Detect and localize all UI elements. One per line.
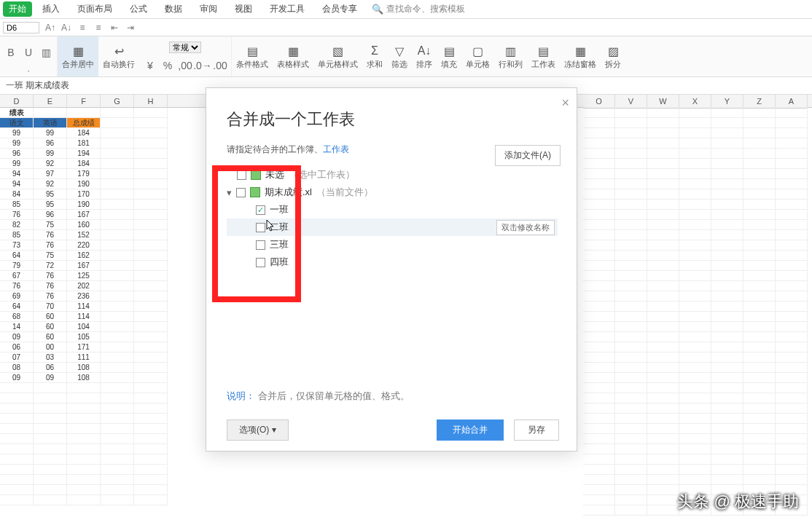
empty-cell[interactable] [679, 322, 711, 332]
empty-cell[interactable] [679, 373, 711, 383]
empty-cell[interactable] [743, 271, 776, 281]
empty-cell[interactable] [583, 363, 615, 373]
empty-cell[interactable] [776, 138, 808, 149]
empty-cell[interactable] [711, 210, 743, 220]
empty-cell[interactable] [583, 240, 615, 251]
empty-cell[interactable] [583, 281, 615, 291]
empty-cell[interactable] [679, 179, 711, 189]
empty-cell[interactable] [679, 414, 711, 424]
empty-cell[interactable] [711, 373, 743, 383]
empty-cell[interactable] [679, 108, 711, 118]
empty-cell[interactable] [583, 485, 615, 495]
empty-cell[interactable] [743, 434, 776, 444]
empty-cell[interactable] [583, 434, 615, 444]
empty-cell[interactable] [583, 179, 615, 189]
empty-cell[interactable] [615, 454, 647, 465]
col-header[interactable]: H [134, 95, 168, 107]
cell-icon[interactable]: ▢ [470, 43, 486, 59]
empty-cell[interactable] [776, 383, 808, 393]
empty-cell[interactable] [583, 352, 615, 363]
checkbox-unchecked[interactable] [256, 240, 265, 250]
empty-cell[interactable] [679, 210, 711, 220]
empty-cell[interactable] [743, 179, 776, 189]
empty-cell[interactable] [647, 434, 679, 444]
empty-cell[interactable] [743, 220, 776, 230]
empty-cell[interactable] [647, 424, 679, 434]
empty-cell[interactable] [583, 322, 615, 332]
empty-cell[interactable] [743, 118, 776, 128]
empty-cell[interactable] [615, 495, 647, 505]
empty-cell[interactable] [647, 342, 679, 352]
worksheet-icon[interactable]: ▤ [536, 43, 552, 59]
empty-cell[interactable] [743, 159, 776, 169]
indent-increase-icon[interactable]: ⇥ [124, 21, 137, 34]
menu-tab[interactable]: 页面布局 [70, 1, 120, 17]
empty-cell[interactable] [711, 444, 743, 454]
empty-cell[interactable] [647, 505, 679, 516]
col-header[interactable]: Y [711, 95, 743, 109]
underline-icon[interactable]: U [22, 46, 35, 59]
empty-cell[interactable] [583, 383, 615, 393]
empty-cell[interactable] [743, 210, 776, 220]
fill-icon[interactable]: ▤ [441, 43, 457, 59]
empty-cell[interactable] [647, 352, 679, 363]
empty-cell[interactable] [743, 281, 776, 291]
empty-cell[interactable] [583, 128, 615, 138]
bold-icon[interactable]: B [4, 46, 17, 59]
empty-cell[interactable] [776, 302, 808, 312]
empty-cell[interactable] [743, 138, 776, 149]
empty-cell[interactable] [743, 465, 776, 475]
menu-tab[interactable]: 开发工具 [262, 1, 312, 17]
empty-cell[interactable] [711, 475, 743, 485]
empty-cell[interactable] [583, 495, 615, 505]
dec-dec-icon[interactable]: .00 [214, 59, 227, 72]
empty-cell[interactable] [583, 230, 615, 240]
empty-cell[interactable] [776, 454, 808, 465]
empty-cell[interactable] [647, 363, 679, 373]
empty-cell[interactable] [743, 475, 776, 485]
empty-cell[interactable] [647, 465, 679, 475]
empty-cell[interactable] [679, 383, 711, 393]
align-left-icon[interactable]: ≡ [76, 21, 89, 34]
empty-cell[interactable] [679, 352, 711, 363]
empty-cell[interactable] [647, 291, 679, 302]
empty-cell[interactable] [711, 179, 743, 189]
empty-cell[interactable] [743, 108, 776, 118]
empty-cell[interactable] [743, 403, 776, 414]
empty-cell[interactable] [615, 434, 647, 444]
sheet-item[interactable]: 三班 [227, 236, 577, 253]
empty-cell[interactable] [583, 271, 615, 281]
empty-cell[interactable] [711, 230, 743, 240]
empty-cell[interactable] [679, 149, 711, 159]
empty-cell[interactable] [615, 322, 647, 332]
cell-style-icon[interactable]: ▧ [330, 43, 346, 59]
col-header[interactable]: X [679, 95, 711, 109]
empty-cell[interactable] [679, 138, 711, 149]
empty-cell[interactable] [743, 342, 776, 352]
comma-icon[interactable]: ,00 [179, 59, 192, 72]
empty-cell[interactable] [776, 251, 808, 261]
align-center-icon[interactable]: ≡ [92, 21, 105, 34]
sheet-item-selected[interactable]: 二班 双击修改名称 [227, 218, 558, 236]
menu-tab[interactable]: 视图 [227, 1, 259, 17]
empty-cell[interactable] [743, 128, 776, 138]
search-box[interactable]: 🔍 查找命令、搜索模板 [372, 3, 465, 15]
empty-cell[interactable] [711, 159, 743, 169]
empty-cell[interactable] [615, 475, 647, 485]
empty-cell[interactable] [615, 444, 647, 454]
empty-cell[interactable] [583, 138, 615, 149]
empty-cell[interactable] [711, 302, 743, 312]
empty-cell[interactable] [743, 444, 776, 454]
empty-cell[interactable] [711, 108, 743, 118]
empty-cell[interactable] [743, 302, 776, 312]
empty-cell[interactable] [615, 118, 647, 128]
empty-cell[interactable] [615, 159, 647, 169]
empty-cell[interactable] [679, 332, 711, 342]
empty-cell[interactable] [679, 118, 711, 128]
merge-cells-icon[interactable]: ▦ [70, 43, 86, 59]
empty-cell[interactable] [647, 261, 679, 271]
fill-color-icon[interactable]: ▥ [39, 46, 52, 59]
empty-cell[interactable] [615, 414, 647, 424]
font-increase-icon[interactable]: A↑ [44, 21, 57, 34]
col-header[interactable]: A [776, 95, 808, 109]
